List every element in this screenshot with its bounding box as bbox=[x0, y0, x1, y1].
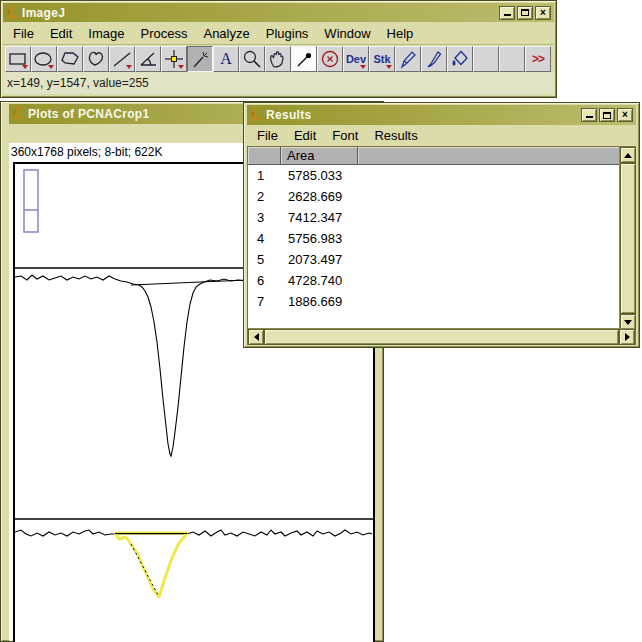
table-row[interactable]: 2 2628.669 bbox=[248, 186, 619, 207]
horizontal-scroll-thumb[interactable] bbox=[264, 329, 619, 345]
app-microscope-icon bbox=[250, 106, 262, 124]
imagej-toolbar: A bbox=[3, 44, 554, 72]
row-number: 7 bbox=[248, 294, 281, 309]
freehand-icon bbox=[84, 47, 108, 71]
brush-tool-button[interactable] bbox=[421, 46, 447, 72]
horizontal-scrollbar[interactable] bbox=[248, 328, 635, 344]
close-others-tool-button[interactable] bbox=[317, 46, 343, 72]
results-menu-font[interactable]: Font bbox=[324, 125, 366, 146]
minimize-button[interactable] bbox=[499, 6, 515, 20]
more-tools-button[interactable]: >> bbox=[525, 46, 551, 72]
wand-selection-outline bbox=[115, 533, 187, 597]
stk-tool-label: Stk bbox=[373, 53, 390, 65]
vertical-scroll-thumb[interactable] bbox=[620, 163, 636, 314]
status-text: x=149, y=1547, value=255 bbox=[7, 76, 149, 90]
stk-tool-button[interactable]: Stk bbox=[369, 46, 395, 72]
row-number-column-header[interactable] bbox=[248, 147, 281, 164]
maximize-button[interactable] bbox=[517, 6, 533, 20]
imagej-titlebar[interactable]: ImageJ × bbox=[3, 3, 554, 22]
brush-icon bbox=[422, 47, 446, 71]
hand-tool-button[interactable] bbox=[265, 46, 291, 72]
results-menu-results[interactable]: Results bbox=[366, 125, 425, 146]
area-value: 5785.033 bbox=[281, 168, 358, 183]
row-number: 5 bbox=[248, 252, 281, 267]
app-microscope-icon bbox=[12, 105, 24, 123]
results-window-title: Results bbox=[266, 108, 577, 122]
filler-column-header bbox=[358, 147, 619, 164]
scroll-up-button[interactable] bbox=[620, 147, 636, 163]
hand-icon bbox=[266, 47, 290, 71]
pencil-tool-button[interactable] bbox=[395, 46, 421, 72]
point-tool-button[interactable] bbox=[161, 46, 187, 72]
magnifier-icon bbox=[240, 47, 264, 71]
menu-file[interactable]: File bbox=[5, 23, 42, 44]
rectangle-tool-button[interactable] bbox=[5, 46, 31, 72]
paint-bucket-icon bbox=[448, 47, 472, 71]
freehand-tool-button[interactable] bbox=[83, 46, 109, 72]
empty-tool-slot[interactable] bbox=[499, 46, 525, 72]
table-row[interactable]: 1 5785.033 bbox=[248, 165, 619, 186]
magnifier-tool-button[interactable] bbox=[239, 46, 265, 72]
imagej-window-title: ImageJ bbox=[22, 6, 495, 20]
area-value: 5756.983 bbox=[281, 231, 358, 246]
dev-tool-button[interactable]: Dev bbox=[343, 46, 369, 72]
results-table: Area 1 5785.033 2 2628.669 3 7412.347 4 bbox=[248, 147, 619, 328]
text-tool-button[interactable]: A bbox=[213, 46, 239, 72]
maximize-button[interactable] bbox=[599, 108, 615, 122]
up-arrow-icon bbox=[624, 153, 632, 158]
left-arrow-icon bbox=[254, 333, 259, 341]
results-menu-file[interactable]: File bbox=[249, 125, 286, 146]
empty-tool-slot[interactable] bbox=[473, 46, 499, 72]
results-window: Results × File Edit Font Results Area bbox=[243, 102, 640, 348]
results-table-header: Area bbox=[248, 147, 619, 165]
oval-tool-button[interactable] bbox=[31, 46, 57, 72]
table-row[interactable]: 3 7412.347 bbox=[248, 207, 619, 228]
table-row[interactable]: 5 2073.497 bbox=[248, 249, 619, 270]
menu-help[interactable]: Help bbox=[379, 23, 422, 44]
angle-tool-button[interactable] bbox=[135, 46, 161, 72]
table-row[interactable]: 6 4728.740 bbox=[248, 270, 619, 291]
x-circle-icon bbox=[318, 47, 342, 71]
minimize-icon bbox=[504, 10, 511, 16]
row-number: 1 bbox=[248, 168, 281, 183]
down-arrow-icon bbox=[624, 320, 632, 325]
color-picker-tool-button[interactable] bbox=[291, 46, 317, 72]
menu-edit[interactable]: Edit bbox=[42, 23, 80, 44]
area-column-header[interactable]: Area bbox=[281, 147, 358, 164]
area-value: 1886.669 bbox=[281, 294, 358, 309]
row-number: 4 bbox=[248, 231, 281, 246]
tool-options-arrow-icon bbox=[48, 65, 54, 69]
row-number: 6 bbox=[248, 273, 281, 288]
close-button[interactable]: × bbox=[535, 6, 551, 20]
more-tools-icon: >> bbox=[532, 52, 544, 66]
pencil-icon bbox=[396, 47, 420, 71]
menu-image[interactable]: Image bbox=[80, 23, 132, 44]
menu-plugins[interactable]: Plugins bbox=[258, 23, 317, 44]
menu-process[interactable]: Process bbox=[133, 23, 196, 44]
scroll-left-button[interactable] bbox=[248, 329, 264, 345]
tool-options-arrow-icon bbox=[386, 65, 392, 69]
results-menu-edit[interactable]: Edit bbox=[286, 125, 324, 146]
table-row[interactable]: 7 1886.669 bbox=[248, 291, 619, 312]
tool-options-arrow-icon bbox=[126, 65, 132, 69]
line-tool-button[interactable] bbox=[109, 46, 135, 72]
menu-analyze[interactable]: Analyze bbox=[195, 23, 257, 44]
dev-tool-label: Dev bbox=[346, 53, 366, 65]
table-row[interactable]: 4 5756.983 bbox=[248, 228, 619, 249]
fill-tool-button[interactable] bbox=[447, 46, 473, 72]
menu-window[interactable]: Window bbox=[316, 23, 378, 44]
close-button[interactable]: × bbox=[617, 108, 633, 122]
wand-tool-button[interactable] bbox=[187, 46, 213, 72]
tool-options-arrow-icon bbox=[178, 65, 184, 69]
minimize-button[interactable] bbox=[581, 108, 597, 122]
tool-options-arrow-icon bbox=[360, 65, 366, 69]
plot1-selection-chord bbox=[131, 280, 247, 285]
polygon-tool-button[interactable] bbox=[57, 46, 83, 72]
app-microscope-icon bbox=[6, 4, 18, 22]
close-icon: × bbox=[622, 110, 628, 120]
wand-icon bbox=[188, 47, 212, 71]
scroll-right-button[interactable] bbox=[619, 329, 635, 345]
results-titlebar[interactable]: Results × bbox=[247, 105, 636, 125]
tool-options-arrow-icon bbox=[22, 65, 28, 69]
vertical-scrollbar[interactable] bbox=[619, 147, 635, 330]
